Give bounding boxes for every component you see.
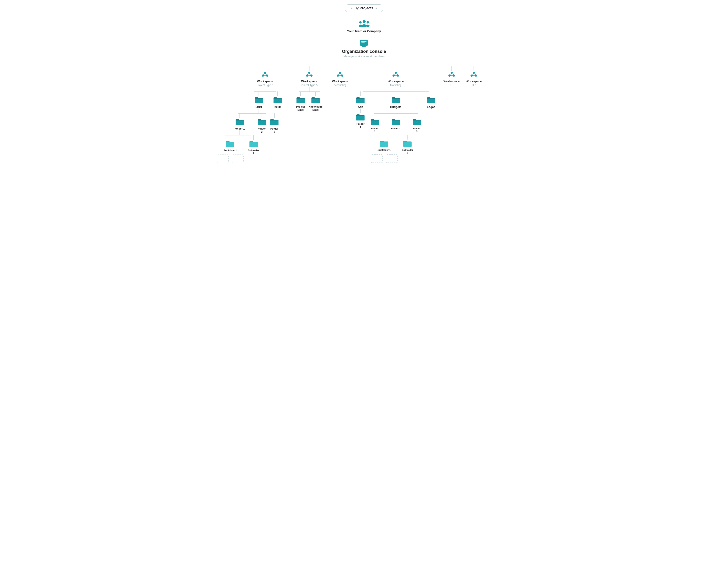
folder-2020-col: 2020 <box>271 91 284 109</box>
folder1-icon <box>235 118 244 126</box>
b-folder3[interactable]: Folder 3 <box>412 118 421 133</box>
2020-top <box>277 91 278 96</box>
ws6-branch: Workspace HR <box>464 66 484 87</box>
b-sf1-top <box>384 135 384 140</box>
project-base-col: Project Base <box>294 91 307 112</box>
b-folder1[interactable]: Folder 1 <box>370 118 379 133</box>
org-node[interactable]: Organization console Manage workspaces &… <box>342 40 386 58</box>
svg-line-15 <box>265 74 267 74</box>
ws4-name: Workspace <box>388 79 404 83</box>
b-subfolder1[interactable]: Subfolder 1 <box>378 140 391 151</box>
b-folder2[interactable]: Folder 2 <box>391 118 401 130</box>
folder3-icon <box>270 118 279 126</box>
subfolder1-col: Subfolder 1 <box>214 135 246 164</box>
ws4-top-line <box>396 66 396 71</box>
knowledge-base-col: Knowledge Base <box>307 91 324 112</box>
budgets-node[interactable]: Budgets <box>390 96 401 109</box>
b-folder2-icon <box>391 118 400 126</box>
dashed-placeholder-1 <box>217 155 229 163</box>
svg-line-38 <box>449 74 452 74</box>
b-folder3-label: Folder 3 <box>412 127 421 133</box>
svg-point-17 <box>308 72 310 74</box>
svg-line-33 <box>396 74 398 74</box>
svg-point-0 <box>362 20 366 23</box>
ws5-top-line <box>451 66 452 71</box>
svg-line-26 <box>338 74 340 74</box>
dashed-placeholder-2 <box>232 155 243 163</box>
svg-line-39 <box>452 74 454 74</box>
knowledge-base-icon <box>311 96 320 104</box>
folder-1-node[interactable]: Folder 1 <box>235 118 245 130</box>
ws1-top-line <box>265 66 265 71</box>
sf2-top <box>253 135 254 140</box>
subfolder2-label: Subfolder 2 <box>248 149 259 155</box>
ws2-icon <box>305 71 313 78</box>
view-pill[interactable]: By Projects <box>345 4 383 12</box>
b-folder3-icon <box>412 118 421 126</box>
ads-folder1-label: Folder 1 <box>356 122 365 129</box>
ws5-branch: Workspace IT <box>441 66 462 87</box>
svg-line-44 <box>472 74 474 74</box>
ws1-sub: Project Type A <box>257 84 273 87</box>
ads-top <box>360 91 361 96</box>
team-node[interactable]: Your Team or Company <box>347 19 381 33</box>
svg-rect-8 <box>361 43 365 43</box>
ws5-node[interactable]: Workspace IT <box>443 71 460 87</box>
subfolder-1[interactable]: Subfolder 1 <box>224 140 237 152</box>
ws1-down-line <box>265 87 265 91</box>
b-f1-col: Folder 1 <box>369 113 381 133</box>
b-f2-down <box>396 130 396 135</box>
svg-point-1 <box>362 24 367 27</box>
ws1-name: Workspace <box>257 79 273 83</box>
logos-node[interactable]: Logos <box>426 96 436 109</box>
f1-top <box>239 113 240 118</box>
svg-line-20 <box>307 74 309 74</box>
folder-2020[interactable]: 2020 <box>273 96 282 109</box>
b-f3-col: Folder 3 <box>410 113 423 133</box>
svg-line-27 <box>340 74 342 74</box>
b-subfolder2[interactable]: Subfolder 2 <box>402 140 413 154</box>
ws3-node[interactable]: Workspace Accounting <box>332 71 348 87</box>
knowledge-base-node[interactable]: Knowledge Base <box>309 96 323 112</box>
svg-point-3 <box>359 25 362 27</box>
org-label: Organization console <box>342 49 386 54</box>
ws2-branch: Workspace Project Type A <box>292 66 326 112</box>
svg-line-32 <box>394 74 396 74</box>
budgets-h-bar <box>374 113 418 114</box>
svg-point-41 <box>473 72 475 74</box>
ws6-node[interactable]: Workspace HR <box>466 71 482 87</box>
org-tree: By Projects Your Team or Company Organiz… <box>250 4 478 164</box>
budgets-col: Budgets <box>367 91 425 164</box>
b-subfolder1-icon <box>380 140 389 147</box>
ws6-top-line <box>474 66 474 71</box>
f3-top <box>274 113 275 118</box>
console-icon <box>359 40 369 47</box>
svg-point-5 <box>366 25 370 27</box>
project-base-node[interactable]: Project Base <box>296 96 305 112</box>
folder-3-node[interactable]: Folder 3 <box>270 118 279 134</box>
project-base-icon <box>296 96 305 104</box>
ads-icon <box>356 96 365 104</box>
pill-dot-right <box>376 7 377 9</box>
ws1-icon <box>261 71 269 78</box>
folder-2019-col: 2019 <box>246 91 271 164</box>
budgets-top <box>396 91 396 96</box>
ws4-node[interactable]: Workspace Marketing <box>388 71 404 87</box>
ws5-icon <box>448 71 456 78</box>
ads-node[interactable]: Ads <box>356 96 365 109</box>
svg-point-23 <box>339 72 341 74</box>
ads-folder1[interactable]: Folder 1 <box>356 113 365 129</box>
ws2-node[interactable]: Workspace Project Type A <box>301 71 318 87</box>
folder-2020-icon <box>273 96 282 104</box>
ws4-icon <box>392 71 400 78</box>
b-f2-col: Folder 2 <box>381 113 410 164</box>
knowledge-base-label: Knowledge Base <box>309 105 323 112</box>
ws1-node[interactable]: Workspace Project Type A <box>257 71 273 87</box>
folder-2019[interactable]: 2019 <box>254 96 263 109</box>
subfolder-2[interactable]: Subfolder 2 <box>248 140 259 155</box>
b-f3-top <box>417 113 417 118</box>
folder-2-node[interactable]: Folder 2 <box>257 118 266 134</box>
folder-2019-label: 2019 <box>256 105 262 109</box>
ws6-icon <box>470 71 478 78</box>
b-sf2-col: Subfolder 2 <box>400 135 415 154</box>
